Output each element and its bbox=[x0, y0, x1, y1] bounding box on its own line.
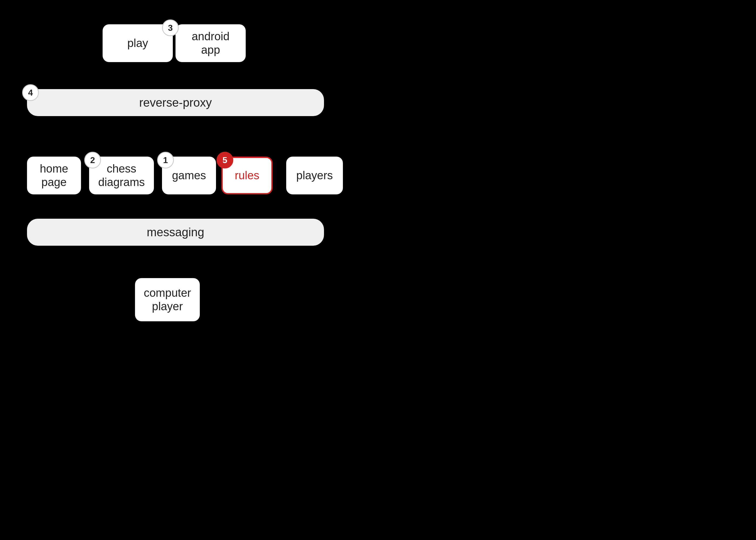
rules-label: rules bbox=[235, 169, 259, 182]
reverse-proxy-node: reverse-proxy bbox=[27, 89, 324, 116]
computer-player-node: computer player bbox=[135, 278, 200, 321]
messaging-node: messaging bbox=[27, 219, 324, 246]
reverse-proxy-badge: 4 bbox=[22, 84, 39, 101]
diagram: play 3 android app reverse-proxy 4 home … bbox=[0, 0, 756, 540]
android-app-label: android app bbox=[192, 30, 229, 57]
chess-diagrams-badge: 2 bbox=[84, 152, 101, 169]
home-page-node: home page bbox=[27, 157, 81, 195]
computer-player-label: computer player bbox=[144, 286, 191, 314]
chess-diagrams-badge-number: 2 bbox=[90, 155, 95, 165]
rules-badge: 5 bbox=[216, 152, 233, 169]
home-page-label: home page bbox=[40, 162, 68, 189]
android-app-node: android app bbox=[176, 24, 246, 62]
players-label: players bbox=[296, 169, 333, 182]
messaging-label: messaging bbox=[147, 225, 204, 239]
reverse-proxy-badge-number: 4 bbox=[28, 88, 33, 98]
play-badge-number: 3 bbox=[168, 23, 173, 33]
games-badge-number: 1 bbox=[163, 155, 168, 165]
games-label: games bbox=[172, 169, 206, 182]
reverse-proxy-label: reverse-proxy bbox=[139, 95, 212, 110]
games-badge: 1 bbox=[157, 152, 174, 169]
play-label: play bbox=[127, 37, 148, 50]
players-node: players bbox=[286, 157, 343, 195]
chess-diagrams-label: chess diagrams bbox=[98, 162, 145, 189]
rules-badge-number: 5 bbox=[222, 155, 227, 165]
play-badge: 3 bbox=[162, 19, 179, 36]
